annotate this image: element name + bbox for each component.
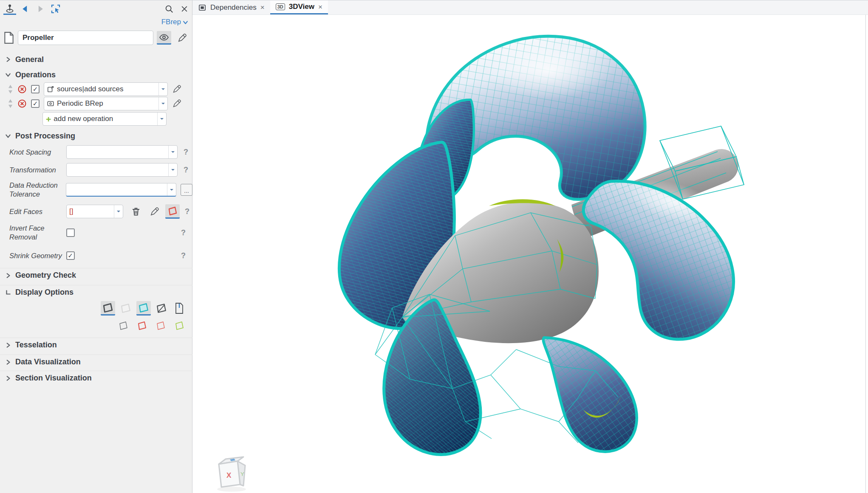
display-wireframe-toggle[interactable] <box>136 301 151 316</box>
eye-icon <box>159 32 169 42</box>
dropdown-arrow-icon[interactable] <box>158 97 167 110</box>
section-post-processing[interactable]: Post Processing <box>0 129 192 143</box>
face-solid-icon <box>102 302 113 313</box>
fbrep-mode-dropdown[interactable]: FBrep <box>161 18 188 26</box>
chevron-down-icon <box>5 72 11 78</box>
view-cube[interactable]: X Y <box>217 457 246 492</box>
add-operation-select[interactable]: + add new operation <box>42 112 167 126</box>
section-label: Display Options <box>15 288 74 297</box>
help-icon[interactable]: ? <box>181 251 186 260</box>
document-icon <box>3 31 14 44</box>
close-panel-button[interactable] <box>178 3 191 15</box>
tab-bar: Dependencies × 3D 3DView × <box>192 0 868 15</box>
chevron-right-icon <box>5 56 11 62</box>
dropdown-arrow-icon[interactable] <box>168 146 177 158</box>
section-data-visualization[interactable]: Data Visualization <box>0 355 192 369</box>
display-boundary-red2-toggle[interactable] <box>153 318 168 333</box>
operation-select-periodic-brep[interactable]: Periodic BRep <box>44 97 168 110</box>
operation-label: Periodic BRep <box>54 99 158 108</box>
display-boundary-green-toggle[interactable] <box>172 318 187 333</box>
operation-enabled-checkbox[interactable]: ✓ <box>31 99 40 108</box>
propeller-model <box>339 36 744 454</box>
section-label: Data Visualization <box>15 358 81 366</box>
close-icon <box>180 5 189 13</box>
select-region-button[interactable] <box>49 3 62 15</box>
reorder-handle-icon[interactable] <box>8 84 13 94</box>
model-name-input[interactable] <box>18 31 153 45</box>
history-forward-button[interactable] <box>34 3 47 15</box>
dropdown-arrow-icon[interactable] <box>158 83 167 96</box>
section-operations[interactable]: Operations <box>0 68 192 82</box>
shrink-geometry-checkbox[interactable]: ✓ <box>66 251 75 260</box>
chevron-right-icon <box>5 375 11 381</box>
tab-close-icon[interactable]: × <box>260 4 265 11</box>
tab-3dview[interactable]: 3D 3DView × <box>270 0 328 14</box>
fbrep-label: FBrep <box>161 18 181 26</box>
search-button[interactable] <box>163 3 175 15</box>
shrink-geometry-label: Shrink Geometry <box>9 251 62 260</box>
section-display-options[interactable]: Display Options <box>0 285 192 299</box>
edit-faces-input[interactable]: [] <box>66 205 123 218</box>
tab-close-icon[interactable]: × <box>318 3 322 11</box>
face-faded-icon <box>120 303 131 314</box>
visibility-toggle-button[interactable] <box>157 31 171 45</box>
section-label: Operations <box>15 70 56 79</box>
tab-dependencies[interactable]: Dependencies × <box>192 0 270 14</box>
pencil-icon[interactable] <box>150 207 159 217</box>
data-reduction-label: Data Reduction Tolerance <box>9 181 66 198</box>
3d-viewport[interactable]: X Y <box>192 15 868 493</box>
help-icon[interactable]: ? <box>184 148 188 157</box>
delete-operation-icon[interactable] <box>17 85 27 94</box>
display-hidden-faces-toggle[interactable] <box>119 301 133 316</box>
face-diagonal-icon <box>156 303 167 314</box>
display-isolines-toggle[interactable] <box>172 301 187 316</box>
section-section-visualization[interactable]: Section Visualization <box>0 371 192 385</box>
knot-spacing-select[interactable] <box>66 145 178 159</box>
trash-icon[interactable] <box>131 206 141 217</box>
operation-select-sources[interactable]: sources|add sources <box>44 82 168 96</box>
data-reduction-more-button[interactable]: ... <box>181 184 192 196</box>
dropdown-arrow-icon[interactable] <box>167 183 176 196</box>
operation-enabled-checkbox[interactable]: ✓ <box>31 85 40 93</box>
invert-face-removal-checkbox[interactable] <box>66 228 75 237</box>
section-geometry-check[interactable]: Geometry Check <box>0 268 192 282</box>
cube-x-label: X <box>226 471 232 479</box>
operation-label: sources|add sources <box>54 85 158 93</box>
delete-operation-icon[interactable] <box>17 99 27 108</box>
dropdown-arrow-icon[interactable] <box>157 113 166 125</box>
dropdown-arrow-icon[interactable] <box>114 205 123 218</box>
pin-tool-button[interactable] <box>3 3 16 15</box>
transformation-select[interactable] <box>66 163 178 177</box>
display-trimmed-toggle[interactable] <box>154 301 169 316</box>
section-tesselation[interactable]: Tesselation <box>0 338 192 352</box>
dropdown-arrow-icon[interactable] <box>168 163 177 176</box>
search-icon <box>164 4 174 14</box>
face-selection-toggle[interactable] <box>165 204 180 219</box>
3d-badge-icon: 3D <box>276 3 285 10</box>
help-icon[interactable]: ? <box>181 228 186 237</box>
window-icon <box>198 3 206 12</box>
rename-button[interactable] <box>175 31 189 45</box>
help-icon[interactable]: ? <box>184 166 188 175</box>
edit-operation-icon[interactable] <box>172 85 181 94</box>
display-faces-toggle[interactable] <box>101 301 115 316</box>
section-general[interactable]: General <box>0 52 192 67</box>
display-boundary-red-toggle[interactable] <box>135 318 149 333</box>
help-icon[interactable]: ? <box>185 207 189 216</box>
cube-y-label: Y <box>240 471 244 477</box>
face-red-thin-icon <box>156 321 166 331</box>
display-boundary-gray-toggle[interactable] <box>116 318 130 333</box>
reorder-handle-icon[interactable] <box>8 99 13 109</box>
edit-operation-icon[interactable] <box>172 99 181 108</box>
tab-label: Dependencies <box>210 3 257 12</box>
chevron-right-icon <box>5 342 11 348</box>
add-operation-label: add new operation <box>51 115 157 123</box>
edit-faces-value: [] <box>67 207 114 216</box>
propeller-scene: X Y <box>192 15 868 493</box>
main-area: Dependencies × 3D 3DView × <box>192 0 868 493</box>
face-cyan-icon <box>138 302 149 313</box>
data-reduction-input[interactable] <box>66 183 176 197</box>
section-label: Geometry Check <box>15 271 76 280</box>
history-back-button[interactable] <box>19 3 31 15</box>
transformation-label: Transformation <box>9 166 66 175</box>
